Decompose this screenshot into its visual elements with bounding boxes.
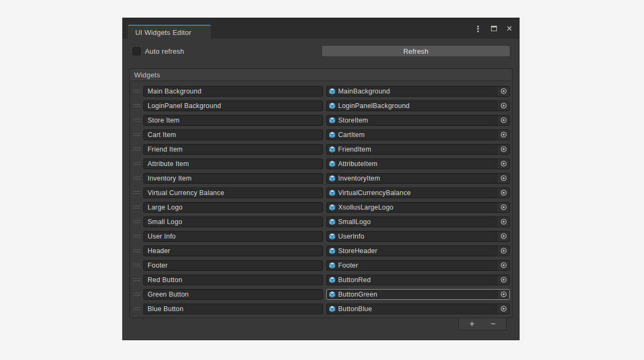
maximize-icon[interactable]	[491, 26, 497, 31]
widget-name-input[interactable]	[143, 275, 323, 285]
drag-handle-icon[interactable]	[133, 147, 141, 152]
object-picker-icon[interactable]	[497, 275, 509, 285]
widget-row-cart-item: CartItem	[133, 127, 510, 142]
prefab-name: ButtonGreen	[338, 291, 497, 298]
prefab-object-field-focused[interactable]: ButtonGreen	[326, 289, 510, 300]
prefab-name: AttributeItem	[338, 160, 497, 168]
widget-name-input[interactable]	[143, 217, 323, 227]
prefab-object-field[interactable]: UserInfo	[326, 231, 510, 242]
prefab-object-field[interactable]: ButtonBlue	[326, 304, 510, 314]
prefab-cube-icon	[328, 247, 336, 255]
add-widget-button[interactable]: +	[464, 320, 480, 328]
object-picker-icon[interactable]	[497, 116, 509, 125]
window-controls: ⋮ ✕	[474, 18, 513, 39]
drag-handle-icon[interactable]	[133, 248, 141, 253]
tab-ui-widgets-editor[interactable]: UI Widgets Editor	[128, 25, 211, 39]
prefab-object-field[interactable]: SmallLogo	[326, 217, 510, 227]
object-picker-icon[interactable]	[497, 145, 509, 154]
widget-name-input[interactable]	[143, 260, 323, 271]
object-picker-icon[interactable]	[497, 87, 509, 96]
prefab-name: LoginPanelBackground	[338, 102, 497, 110]
widget-row-virtual-currency-balance: VirtualCurrencyBalance	[133, 185, 510, 200]
widgets-list-title: Widgets	[134, 71, 160, 79]
widget-name-input[interactable]	[143, 246, 323, 256]
prefab-object-field[interactable]: AttributeItem	[326, 159, 510, 169]
drag-handle-icon[interactable]	[133, 132, 141, 137]
prefab-object-field[interactable]: MainBackground	[326, 86, 510, 97]
object-picker-icon[interactable]	[497, 290, 509, 299]
object-picker-icon[interactable]	[497, 159, 509, 169]
drag-handle-icon[interactable]	[133, 190, 141, 195]
prefab-object-field[interactable]: StoreHeader	[326, 246, 510, 256]
widget-name-input[interactable]	[143, 86, 323, 97]
prefab-object-field[interactable]: StoreItem	[326, 115, 510, 126]
object-picker-icon[interactable]	[497, 304, 509, 314]
object-picker-icon[interactable]	[497, 203, 509, 212]
prefab-object-field[interactable]: LoginPanelBackground	[326, 100, 510, 111]
widget-name-input[interactable]	[143, 289, 323, 300]
close-icon[interactable]: ✕	[506, 25, 513, 32]
prefab-cube-icon	[328, 102, 336, 110]
drag-handle-icon[interactable]	[133, 103, 141, 108]
prefab-object-field[interactable]: XsollusLargeLogo	[326, 202, 510, 213]
drag-handle-icon[interactable]	[133, 176, 141, 181]
drag-handle-icon[interactable]	[133, 219, 141, 224]
drag-handle-icon[interactable]	[133, 118, 141, 123]
widget-name-input[interactable]	[143, 188, 323, 198]
prefab-cube-icon	[328, 160, 336, 168]
prefab-object-field[interactable]: VirtualCurrencyBalance	[326, 188, 510, 198]
object-picker-icon[interactable]	[497, 188, 509, 198]
widget-row-red-button: ButtonRed	[133, 272, 510, 287]
list-footer: + −	[129, 318, 513, 330]
prefab-object-field[interactable]: ButtonRed	[326, 275, 510, 285]
widget-row-store-item: StoreItem	[133, 113, 510, 127]
prefab-object-field[interactable]: InventoryItem	[326, 173, 510, 184]
object-picker-icon[interactable]	[497, 246, 509, 256]
widget-name-input[interactable]	[143, 173, 323, 184]
drag-handle-icon[interactable]	[133, 161, 141, 166]
widgets-list-body: MainBackground LoginPanelBackground	[129, 81, 513, 318]
drag-handle-icon[interactable]	[133, 292, 141, 297]
object-picker-icon[interactable]	[497, 101, 509, 111]
auto-refresh-toggle[interactable]: Auto refresh	[133, 47, 184, 55]
tab-strip: UI Widgets Editor ⋮ ✕	[123, 18, 519, 39]
prefab-name: StoreHeader	[338, 247, 497, 255]
object-picker-icon[interactable]	[497, 232, 509, 241]
prefab-name: MainBackground	[338, 88, 497, 95]
drag-handle-icon[interactable]	[133, 234, 141, 239]
widget-name-input[interactable]	[143, 100, 323, 111]
drag-handle-icon[interactable]	[133, 89, 141, 93]
drag-handle-icon[interactable]	[133, 205, 141, 210]
object-picker-icon[interactable]	[497, 130, 509, 140]
auto-refresh-checkbox[interactable]	[133, 47, 141, 55]
drag-handle-icon[interactable]	[133, 306, 141, 311]
prefab-object-field[interactable]: FriendItem	[326, 144, 510, 155]
widget-name-input[interactable]	[143, 115, 323, 126]
prefab-object-field[interactable]: Footer	[326, 260, 510, 271]
editor-window: UI Widgets Editor ⋮ ✕ Auto refresh Refre…	[122, 18, 519, 340]
widget-row-green-button: ButtonGreen	[133, 287, 510, 301]
refresh-button[interactable]: Refresh	[321, 45, 510, 57]
drag-handle-icon[interactable]	[133, 263, 141, 268]
widget-row-loginpanel-background: LoginPanelBackground	[133, 98, 510, 113]
kebab-menu-icon[interactable]: ⋮	[474, 25, 482, 33]
widget-row-large-logo: XsollusLargeLogo	[133, 200, 510, 214]
prefab-cube-icon	[328, 276, 336, 284]
object-picker-icon[interactable]	[497, 217, 509, 227]
object-picker-icon[interactable]	[497, 261, 509, 270]
prefab-cube-icon	[328, 305, 336, 313]
widget-name-input[interactable]	[143, 231, 323, 242]
object-picker-icon[interactable]	[497, 174, 509, 183]
drag-handle-icon[interactable]	[133, 277, 141, 282]
prefab-cube-icon	[328, 204, 336, 211]
widget-name-input[interactable]	[143, 304, 323, 314]
remove-widget-button[interactable]: −	[485, 320, 501, 328]
widget-name-input[interactable]	[143, 159, 323, 169]
widget-row-friend-item: FriendItem	[133, 142, 510, 156]
widget-name-input[interactable]	[143, 202, 323, 213]
widget-name-input[interactable]	[143, 144, 323, 155]
prefab-name: SmallLogo	[338, 218, 497, 226]
widget-name-input[interactable]	[143, 129, 323, 140]
prefab-object-field[interactable]: CartItem	[326, 129, 510, 140]
prefab-name: Footer	[338, 262, 497, 269]
